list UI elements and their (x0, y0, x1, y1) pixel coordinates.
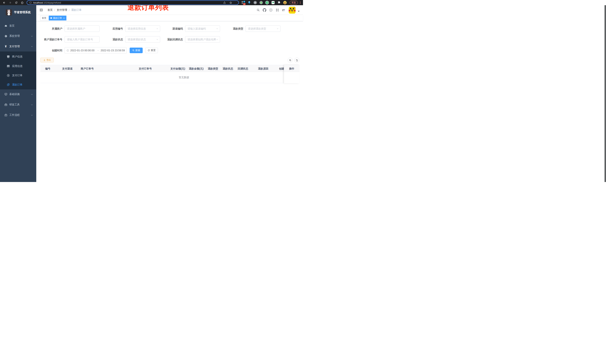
hamburger-icon (40, 9, 43, 12)
col-id: 编号 (45, 65, 50, 72)
chevron-down-icon (156, 28, 158, 30)
browser-forward-button[interactable] (8, 0, 13, 5)
extension-command-icon[interactable]: ⌘ (253, 1, 257, 4)
col-callback-status: 回调状态 (238, 65, 248, 72)
merchant-input[interactable] (65, 27, 99, 30)
refund-type-input[interactable] (246, 27, 280, 30)
table-grid-icon (7, 65, 10, 67)
extension-tabs-icon[interactable]: 10 (242, 1, 245, 4)
notify-status-select[interactable] (185, 36, 220, 43)
header-font-size-button[interactable]: tT (282, 9, 285, 12)
extension-record-icon[interactable] (260, 1, 263, 4)
merchant-refund-no-input[interactable] (65, 38, 99, 41)
url-host: localhost (33, 1, 43, 4)
avatar[interactable] (289, 7, 296, 13)
browser-reload-button[interactable] (14, 0, 19, 5)
toolbox-icon (4, 103, 7, 106)
sidebar-item-pay-order[interactable]: 支付订单 (0, 71, 36, 80)
col-refund-type: 退款类型 (208, 65, 218, 72)
sidebar-toggle-button[interactable] (40, 9, 43, 12)
tag-refund-order[interactable]: 退款订单 × (49, 16, 66, 20)
extension-smiley-icon[interactable] (283, 1, 287, 4)
extensions-puzzle-icon[interactable] (277, 1, 280, 4)
url-path: :1024/pay/refund (43, 1, 61, 4)
filter-label-notify-status: 退款回调状态 (161, 36, 183, 43)
search-icon (132, 49, 134, 52)
chevron-down-icon (31, 93, 33, 95)
search-icon (257, 9, 260, 12)
channel-select[interactable] (185, 26, 220, 32)
sidebar-logo[interactable]: 芋道管理系统 (0, 5, 36, 19)
header-search-button[interactable] (257, 9, 260, 12)
sidebar-item-system[interactable]: 系统管理 (0, 31, 36, 41)
refund-type-select[interactable] (246, 26, 280, 32)
channel-input[interactable] (185, 27, 220, 30)
refresh-table-button[interactable] (294, 58, 300, 63)
sidebar-item-pay[interactable]: ¥ 支付管理 (0, 42, 36, 51)
browser-home-button[interactable] (20, 0, 25, 5)
breadcrumb-pay[interactable]: 支付管理 (57, 8, 67, 12)
ext-diamond (243, 0, 245, 3)
chevron-down-icon (277, 28, 279, 30)
extension-y-icon[interactable]: Y (265, 1, 269, 4)
bookmark-star-icon[interactable] (229, 1, 232, 4)
browser-menu-button[interactable] (298, 0, 303, 5)
notify-status-input[interactable] (185, 38, 220, 41)
address-bar[interactable]: localhost:1024/pay/refund (26, 0, 239, 5)
merchant-select[interactable] (65, 26, 100, 32)
col-refund-status: 退款状态 (223, 65, 233, 72)
sidebar-item-workflow[interactable]: 工作流程 (0, 110, 36, 120)
refund-status-select[interactable] (125, 36, 160, 43)
sidebar-item-home[interactable]: 首页 (0, 21, 36, 30)
export-button[interactable]: 导出 (40, 58, 54, 63)
filter-label-merchant-refund-no: 商户退款订单号 (40, 36, 62, 43)
extension-chat-icon[interactable] (272, 1, 275, 4)
col-action: 操作 (284, 65, 300, 72)
forward-icon (9, 1, 12, 4)
ext-square-2 (242, 3, 243, 4)
yen-circle-icon (7, 74, 10, 77)
sidebar-item-merchant-info[interactable]: 商户信息 (0, 52, 36, 61)
filter-label-merchant: 所属商户 (40, 26, 62, 32)
reset-button[interactable]: 重置 (145, 48, 158, 53)
sidebar: 芋道管理系统 首页 系统管理 ¥ 支付管理 商户信息 (0, 5, 36, 182)
avatar-caret-icon[interactable] (298, 11, 300, 12)
sidebar-item-app-info[interactable]: 应用信息 (0, 61, 36, 71)
chevron-down-icon (31, 114, 33, 116)
end-date-value[interactable]: 2022-01-23 23:59:59 (101, 49, 127, 52)
search-button[interactable]: 搜索 (130, 48, 143, 53)
question-icon: ? (269, 9, 273, 12)
browser-chrome: localhost:1024/pay/refund 10 ⌘ Y (0, 0, 303, 5)
browser-update-button[interactable]: 更新 (290, 1, 298, 4)
extension-kite-icon[interactable] (248, 1, 250, 4)
start-date-value[interactable]: 2022-01-23 00:00:00 (70, 49, 96, 52)
ext-square-1 (242, 1, 243, 2)
header-fullscreen-button[interactable] (276, 9, 279, 12)
chevron-up-icon (31, 46, 33, 48)
share-icon[interactable] (223, 1, 226, 4)
merchant-refund-no-field[interactable] (65, 36, 100, 43)
tag-home[interactable]: 首页 (40, 16, 48, 20)
header-help-button[interactable]: ? (269, 9, 273, 12)
sidebar-item-infra[interactable]: 基础设施 (0, 90, 36, 99)
breadcrumb-home[interactable]: 首页 (47, 8, 53, 12)
create-time-range-picker[interactable]: 2022-01-23 00:00:00 - 2022-01-23 23:59:5… (65, 47, 127, 53)
sidebar-item-dev-tools[interactable]: 研发工具 (0, 100, 36, 109)
sidebar-item-refund-order[interactable]: 退款订单 (0, 80, 36, 90)
app-select[interactable] (125, 26, 160, 32)
header-github-button[interactable] (263, 8, 266, 12)
refund-status-input[interactable] (125, 38, 160, 41)
site-info-icon[interactable] (29, 1, 32, 4)
app-input[interactable] (125, 27, 160, 30)
tag-close-icon[interactable]: × (63, 17, 65, 19)
app-title: 芋道管理系统 (14, 11, 31, 14)
filter-label-channel: 渠道编码 (161, 26, 183, 32)
browser-back-button[interactable] (1, 0, 6, 5)
github-icon (263, 8, 266, 12)
col-refund-amount: 退款金额(元) (189, 65, 203, 72)
toggle-search-button[interactable] (288, 58, 293, 63)
breadcrumb: 首页 / 支付管理 / 退款订单 (47, 5, 82, 15)
pikachu-avatar-image (289, 7, 296, 13)
url-text: localhost:1024/pay/refund (33, 1, 61, 4)
chevron-down-icon (156, 39, 158, 40)
